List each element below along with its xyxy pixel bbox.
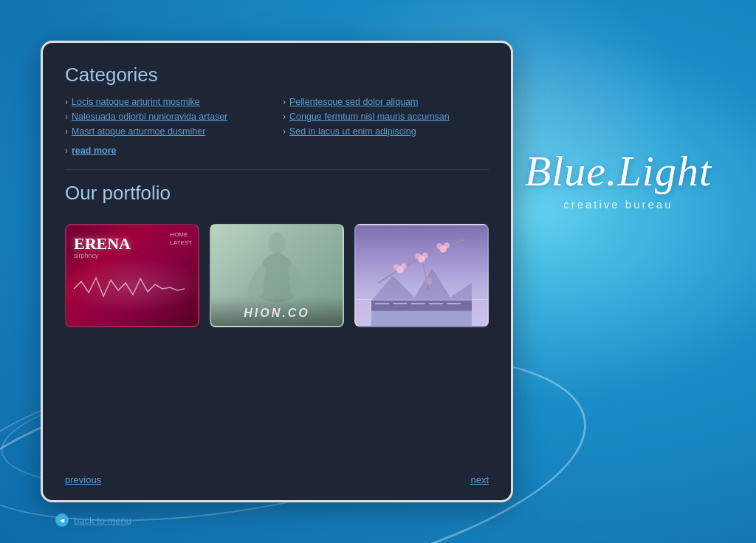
back-to-menu[interactable]: back to menu bbox=[55, 513, 131, 527]
categories-grid: › Locis natoque arturint mosmike › Pelle… bbox=[65, 97, 489, 137]
nav-latest: LATEST bbox=[170, 239, 192, 246]
svg-rect-15 bbox=[410, 303, 425, 304]
floral-decoration bbox=[356, 225, 487, 326]
portfolio-title: Our portfolio bbox=[65, 182, 489, 205]
brand-subtitle: creative bureau bbox=[525, 198, 712, 211]
portfolio-item-2[interactable]: HION.CO bbox=[210, 224, 344, 327]
category-item-6[interactable]: › Sed in lacus ut enim adipiscing bbox=[283, 126, 489, 137]
portfolio-section: Our portfolio ERENA sirphncy HOME LATEST bbox=[65, 182, 489, 485]
back-label[interactable]: back to menu bbox=[74, 515, 131, 526]
bullet-icon-4: › bbox=[283, 97, 286, 107]
next-button[interactable]: next bbox=[470, 474, 489, 485]
category-link-1[interactable]: Locis natoque arturint mosmike bbox=[72, 97, 200, 107]
waveform-decoration bbox=[70, 274, 188, 304]
category-link-6[interactable]: Sed in lacus ut enim adipiscing bbox=[289, 126, 416, 137]
bullet-icon-3: › bbox=[65, 126, 68, 137]
read-more-bullet: › bbox=[65, 146, 68, 156]
nav-home: HOME bbox=[170, 231, 192, 238]
svg-rect-17 bbox=[447, 303, 461, 304]
portfolio-item-1-label: ERENA bbox=[74, 234, 131, 253]
svg-point-3 bbox=[401, 263, 407, 269]
svg-point-5 bbox=[415, 253, 421, 259]
svg-rect-13 bbox=[375, 303, 389, 304]
portfolio-item-2-label: HION.CO bbox=[244, 307, 309, 320]
bullet-icon-6: › bbox=[283, 126, 286, 137]
category-link-2[interactable]: Nalesuada odiorbi nunioravida artaser bbox=[72, 112, 227, 122]
category-link-3[interactable]: Masrt atoque arturmoe dusmiher bbox=[72, 126, 205, 137]
category-link-5[interactable]: Congue fermtum nisl mauris accumsan bbox=[289, 112, 450, 122]
svg-rect-11 bbox=[371, 312, 472, 326]
svg-rect-16 bbox=[429, 303, 443, 304]
bullet-icon-1: › bbox=[65, 97, 68, 107]
portfolio-nav: previous next bbox=[65, 474, 489, 485]
brand-logo: Blue.Light bbox=[525, 148, 712, 195]
svg-point-0 bbox=[268, 233, 285, 254]
svg-point-8 bbox=[436, 243, 442, 249]
bullet-icon-5: › bbox=[283, 112, 286, 122]
portfolio-item-1[interactable]: ERENA sirphncy HOME LATEST bbox=[65, 224, 199, 327]
read-more-row: › read more bbox=[65, 146, 489, 156]
svg-rect-12 bbox=[371, 301, 472, 311]
category-item-1[interactable]: › Locis natoque arturint mosmike bbox=[65, 97, 271, 107]
svg-point-6 bbox=[422, 253, 428, 259]
category-item-3[interactable]: › Masrt atoque arturmoe dusmiher bbox=[65, 126, 271, 137]
main-card: Categories › Locis natoque arturint mosm… bbox=[41, 41, 513, 502]
categories-title: Categories bbox=[65, 64, 489, 86]
portfolio-grid: ERENA sirphncy HOME LATEST bbox=[65, 224, 489, 467]
bullet-icon-2: › bbox=[65, 112, 68, 122]
svg-point-2 bbox=[394, 264, 399, 270]
previous-button[interactable]: previous bbox=[65, 474, 101, 485]
back-icon bbox=[55, 513, 69, 527]
svg-point-9 bbox=[444, 242, 450, 248]
section-divider bbox=[65, 169, 489, 170]
portfolio-item-1-sublabel: sirphncy bbox=[74, 252, 99, 259]
category-link-4[interactable]: Pellentesque sed dolor aliquam bbox=[289, 97, 418, 107]
category-item-4[interactable]: › Pellentesque sed dolor aliquam bbox=[283, 97, 489, 107]
portfolio-item-3[interactable] bbox=[354, 224, 489, 327]
brand-area: Blue.Light creative bureau bbox=[525, 148, 712, 211]
categories-section: Categories › Locis natoque arturint mosm… bbox=[65, 64, 489, 169]
category-item-2[interactable]: › Nalesuada odiorbi nunioravida artaser bbox=[65, 112, 271, 122]
svg-rect-14 bbox=[393, 303, 407, 304]
category-item-5[interactable]: › Congue fermtum nisl mauris accumsan bbox=[283, 112, 489, 122]
read-more-link[interactable]: read more bbox=[72, 146, 116, 156]
